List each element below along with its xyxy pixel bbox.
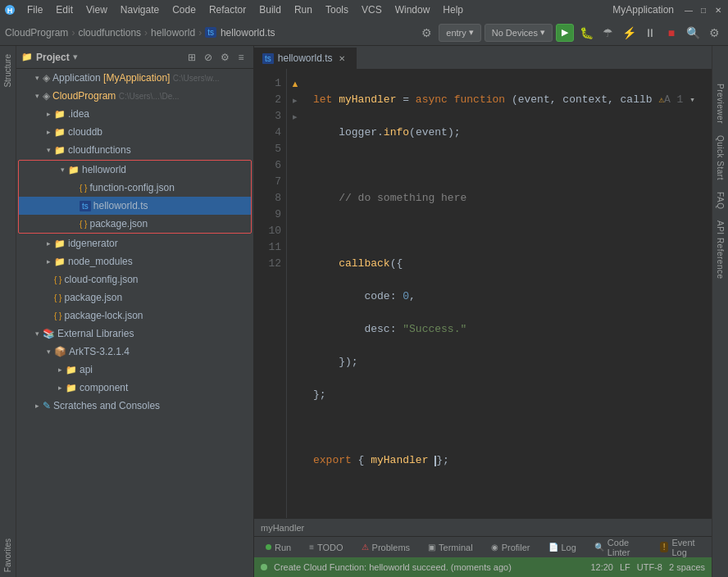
collapse-all-icon[interactable]: ⊞ [184, 50, 199, 65]
minimize-button[interactable]: — [682, 4, 695, 16]
bottom-tab-log[interactable]: 📄 Log [540, 540, 585, 555]
menu-build[interactable]: Build [253, 2, 287, 17]
profile-icon-btn[interactable]: ⚡ [620, 24, 638, 42]
tree-item-scratches[interactable]: ▸ ✎ Scratches and Consoles [16, 397, 253, 415]
breadcrumb-helloworld[interactable]: helloworld [151, 27, 195, 39]
tree-item-cloudprogram[interactable]: ▾ ◈ CloudProgram C:\Users\...\De... [16, 87, 253, 105]
settings-icon-btn[interactable]: ⚙ [417, 24, 435, 42]
status-indent[interactable]: 2 spaces [669, 562, 705, 572]
gear-icon[interactable]: ⚙ [217, 50, 232, 65]
scratch-icon: ✎ [43, 400, 51, 411]
status-line-sep[interactable]: LF [620, 562, 630, 572]
bottom-tab-problems[interactable]: ⚠ Problems [353, 540, 418, 555]
no-devices-dropdown[interactable]: No Devices ▾ [485, 24, 553, 42]
right-strip-previewer[interactable]: Previewer [714, 79, 726, 129]
favorites-tab[interactable]: Favorites [2, 534, 14, 577]
run-button[interactable]: ▶ [556, 24, 574, 42]
search-icon-btn[interactable]: 🔍 [684, 24, 702, 42]
tree-item-function-config[interactable]: { } function-config.json [19, 179, 251, 197]
settings2-icon-btn[interactable]: ⚙ [705, 24, 723, 42]
maximize-button[interactable]: □ [697, 4, 710, 16]
ts-file-icon: ts [80, 201, 91, 211]
tree-item-cloudfunctions[interactable]: ▾ 📁 cloudfunctions [16, 141, 253, 159]
tree-item-api[interactable]: ▸ 📁 api [16, 361, 253, 379]
event-log-label: Event Log [671, 538, 700, 557]
tab-close-icon[interactable]: ✕ [336, 52, 348, 64]
profiler-tab-label: Profiler [502, 543, 530, 552]
tree-item-package-outer[interactable]: { } package.json [16, 288, 253, 307]
node-modules-label: node_modules [68, 256, 133, 267]
entry-dropdown[interactable]: entry ▾ [439, 24, 480, 42]
json-icon-cc: { } [54, 275, 61, 284]
bottom-tabs: Run ≡ TODO ⚠ Problems ▣ Terminal ◉ Profi… [254, 536, 712, 557]
panel-dropdown-arrow[interactable]: ▾ [73, 52, 78, 62]
menu-tools[interactable]: Tools [320, 2, 354, 17]
scroll-to-file-icon[interactable]: ⊘ [201, 50, 216, 65]
menu-run[interactable]: Run [289, 2, 318, 17]
tree-item-idea[interactable]: ▸ 📁 .idea [16, 105, 253, 123]
app-icon: H [3, 3, 16, 16]
coverage-icon-btn[interactable]: ☂ [598, 24, 617, 42]
status-position[interactable]: 12:20 [590, 562, 613, 572]
menu-refactor[interactable]: Refactor [203, 2, 252, 17]
panel-settings-icon[interactable]: ≡ [234, 50, 248, 65]
tree-arrow-arkts: ▾ [43, 348, 54, 356]
svg-text:H: H [7, 7, 13, 15]
structure-tab[interactable]: Structure [2, 49, 14, 93]
tree-item-node-modules[interactable]: ▸ 📁 node_modules [16, 252, 253, 270]
tree-item-ext-libs[interactable]: ▾ 📚 External Libraries [16, 325, 253, 343]
menu-navigate[interactable]: Navigate [115, 2, 165, 17]
menu-file[interactable]: File [21, 2, 48, 17]
stop-icon-btn[interactable]: ■ [662, 24, 680, 42]
tree-item-package-inner[interactable]: { } package.json [19, 215, 251, 233]
folder-icon-api: 📁 [66, 365, 77, 375]
debug-icon-btn[interactable]: 🐛 [577, 24, 595, 42]
menu-vcs[interactable]: VCS [356, 2, 388, 17]
tree-item-app[interactable]: ▾ ◈ Application [MyApplication] C:\Users… [16, 69, 253, 87]
right-strip-api-ref[interactable]: API Reference [714, 216, 726, 284]
menu-code[interactable]: Code [166, 2, 202, 17]
json-icon-pkg: { } [80, 220, 87, 229]
tree-item-helloworld-ts[interactable]: ts helloworld.ts [19, 197, 251, 215]
right-strip-quick-start[interactable]: Quick Start [714, 130, 726, 185]
main-content: Structure Favorites 📁 Project ▾ ⊞ ⊘ ⚙ ≡ … [0, 46, 728, 577]
tree-item-arkts[interactable]: ▾ 📦 ArkTS-3.2.1.4 [16, 343, 253, 361]
tree-item-helloworld[interactable]: ▾ 📁 helloworld [19, 161, 251, 179]
bottom-tab-todo[interactable]: ≡ TODO [301, 540, 351, 555]
folder-icon-node: 📁 [54, 257, 66, 267]
code-line-10: }; [313, 387, 705, 403]
tree-item-idgenerator[interactable]: ▸ 📁 idgenerator [16, 234, 253, 252]
bottom-tab-code-linter[interactable]: 🔍 Code Linter [586, 535, 648, 560]
code-line-9: }); [313, 354, 705, 370]
tab-helloworld-ts[interactable]: ts helloworld.ts ✕ [254, 48, 357, 69]
tree-arrow-idgen: ▸ [43, 239, 54, 248]
bottom-tab-terminal[interactable]: ▣ Terminal [420, 540, 481, 555]
tree-item-clouddb[interactable]: ▸ 📁 clouddb [16, 123, 253, 141]
menu-edit[interactable]: Edit [50, 2, 79, 17]
close-button[interactable]: ✕ [712, 4, 725, 16]
bottom-tab-profiler[interactable]: ◉ Profiler [483, 540, 539, 555]
tree-item-component[interactable]: ▸ 📁 component [16, 379, 253, 397]
helloworld-ts-label: helloworld.ts [93, 200, 148, 211]
tree-item-cloud-config[interactable]: { } cloud-config.json [16, 270, 253, 288]
bottom-tab-event-log[interactable]: ! Event Log [652, 535, 708, 560]
menu-view[interactable]: View [80, 2, 113, 17]
folder-icon-idea: 📁 [54, 109, 66, 120]
code-content[interactable]: let myHandler = async function (event, c… [303, 69, 712, 518]
status-bar: Create Cloud Function: helloworld succee… [254, 557, 712, 577]
breadcrumb-cloudprogram[interactable]: CloudProgram [5, 27, 68, 39]
code-editor: 1 2 3 4 5 6 7 8 9 10 11 12 ▲ ▸ ▸ [254, 69, 712, 518]
tree-item-package-lock[interactable]: { } package-lock.json [16, 307, 253, 325]
breadcrumb-cloudfunctions[interactable]: cloudfunctions [78, 27, 141, 39]
right-strip-faq[interactable]: FAQ [714, 187, 726, 215]
pause-icon-btn[interactable]: ⏸ [641, 24, 659, 42]
menu-window[interactable]: Window [389, 2, 436, 17]
code-line-4: // do something here [313, 190, 705, 207]
breadcrumb-function: myHandler [261, 523, 304, 533]
breadcrumb-file[interactable]: helloworld.ts [221, 27, 275, 39]
status-dot-icon [261, 564, 267, 570]
menu-help[interactable]: Help [437, 2, 469, 17]
status-encoding[interactable]: UTF-8 [637, 562, 662, 572]
bottom-tab-run[interactable]: Run [257, 540, 299, 555]
app-label: Application [MyApplication] C:\Users\w..… [52, 72, 219, 84]
